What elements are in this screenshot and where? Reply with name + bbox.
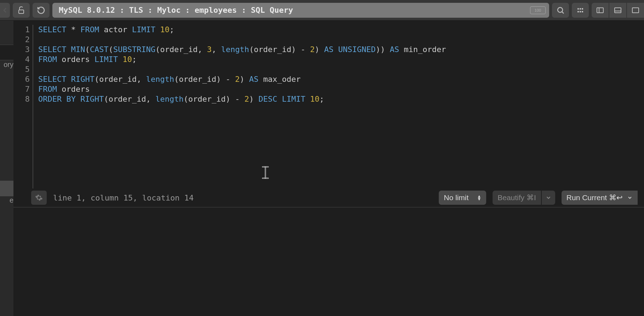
lock-open-icon <box>17 6 25 15</box>
cursor-position-text: line 1, column 15, location 14 <box>53 193 194 202</box>
line-number: 1 <box>18 25 30 35</box>
chevron-down-icon <box>627 195 633 201</box>
svg-rect-11 <box>615 8 621 13</box>
panel-bottom-icon <box>614 6 622 15</box>
svg-rect-13 <box>632 8 639 13</box>
svg-rect-8 <box>582 11 583 12</box>
svg-rect-0 <box>19 10 24 13</box>
toolbar: MySQL 8.0.12 : TLS : Myloc : employees :… <box>0 0 644 21</box>
line-number: 3 <box>18 45 30 55</box>
run-label: Run Current ⌘↩ <box>567 193 623 202</box>
svg-point-1 <box>558 7 563 12</box>
dropdown-stepper-icon: ▲▼ <box>477 195 481 201</box>
line-number-gutter: 12345678 <box>13 25 33 188</box>
code-line: SELECT MIN(CAST(SUBSTRING(order_id, 3, l… <box>38 45 446 55</box>
chevron-down-icon <box>545 194 552 201</box>
run-current-button[interactable]: Run Current ⌘↩ <box>562 191 638 205</box>
line-number: 7 <box>18 84 30 94</box>
panel-right-button[interactable] <box>627 3 644 18</box>
grid-icon <box>576 6 585 15</box>
breadcrumb-text: MySQL 8.0.12 : TLS : Myloc : employees :… <box>59 6 293 15</box>
line-number: 4 <box>18 55 30 64</box>
limit-label: No limit <box>444 193 468 202</box>
limit-dropdown[interactable]: No limit ▲▼ <box>439 191 486 205</box>
code-line: SELECT * FROM actor LIMIT 10; <box>38 25 446 35</box>
lock-button[interactable] <box>13 3 30 18</box>
svg-rect-4 <box>580 8 581 10</box>
code-line <box>38 64 446 74</box>
line-number: 5 <box>18 64 30 74</box>
gear-icon <box>35 194 43 202</box>
sidebar-item-partial-2: e <box>0 181 13 206</box>
panel-sidebar-button[interactable] <box>592 3 609 18</box>
editor-panel: 12345678 SELECT * FROM actor LIMIT 10; S… <box>13 21 644 212</box>
refresh-button[interactable] <box>33 3 50 18</box>
chevron-left-icon <box>1 6 9 15</box>
breadcrumb-bar[interactable]: MySQL 8.0.12 : TLS : Myloc : employees :… <box>52 3 549 18</box>
line-number: 6 <box>18 74 30 84</box>
sidebar-item-partial-1: ory <box>0 45 13 70</box>
nav-back-button[interactable] <box>0 3 10 18</box>
svg-line-2 <box>562 12 564 13</box>
code-line: FROM orders <box>38 84 446 94</box>
results-panel <box>13 213 644 316</box>
refresh-icon <box>37 6 45 15</box>
sql-editor[interactable]: 12345678 SELECT * FROM actor LIMIT 10; S… <box>13 21 644 188</box>
sidebar: ory e <box>0 21 13 316</box>
sidebar-tab[interactable]: e <box>0 181 13 196</box>
code-line: ORDER BY RIGHT(order_id, length(order_id… <box>38 94 446 104</box>
svg-rect-3 <box>577 8 579 10</box>
svg-rect-6 <box>577 11 579 12</box>
editor-status-bar: line 1, column 15, location 14 No limit … <box>13 188 644 208</box>
sidebar-tab-active[interactable]: ory <box>0 45 13 60</box>
search-button[interactable] <box>552 3 569 18</box>
code-line: SELECT RIGHT(order_id, length(order_id) … <box>38 74 446 84</box>
svg-rect-5 <box>582 8 583 10</box>
svg-rect-7 <box>580 11 581 12</box>
search-icon <box>556 6 565 15</box>
panel-left-icon <box>596 6 604 15</box>
panel-bottom-button[interactable] <box>609 3 626 18</box>
line-number: 8 <box>18 94 30 104</box>
code-content[interactable]: SELECT * FROM actor LIMIT 10; SELECT MIN… <box>33 25 446 188</box>
code-line <box>38 35 446 45</box>
breadcrumb-badge: 100 <box>530 6 546 14</box>
editor-settings-button[interactable] <box>31 191 47 205</box>
beautify-button[interactable]: Beautify ⌘I <box>493 191 541 205</box>
grid-view-button[interactable] <box>572 3 589 18</box>
line-number: 2 <box>18 35 30 45</box>
beautify-menu-button[interactable] <box>542 191 555 205</box>
code-line: FROM orders LIMIT 10; <box>38 55 446 64</box>
svg-rect-9 <box>597 8 603 13</box>
panel-right-icon <box>631 6 640 15</box>
beautify-split-button[interactable]: Beautify ⌘I <box>493 191 555 205</box>
